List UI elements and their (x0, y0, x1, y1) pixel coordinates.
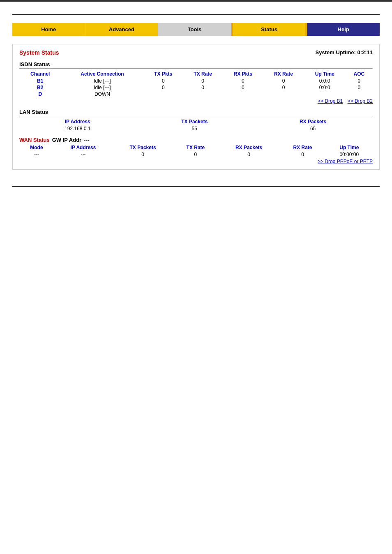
isdn-tx-pkts: 0 (143, 84, 183, 91)
nav-container: Home Advanced Tools Status Help (12, 23, 380, 36)
lan-row: 192.168.0.1 55 65 (19, 125, 373, 132)
isdn-channel: B2 (19, 84, 61, 91)
wan-ip: --- (54, 151, 113, 158)
isdn-tx-rate: 0 (183, 84, 223, 91)
content-area: System Status System Uptime: 0:2:11 ISDN… (12, 44, 380, 170)
isdn-tx-rate (183, 91, 223, 97)
wan-table: Mode IP Address TX Packets TX Rate RX Pa… (19, 144, 373, 158)
wan-mode: --- (19, 151, 54, 158)
col-rx-rate: RX Rate (263, 70, 304, 78)
wan-rx-packets: 0 (218, 151, 280, 158)
lan-label: LAN Status (19, 109, 373, 116)
isdn-rx-rate: 0 (263, 84, 304, 91)
wan-tx-rate: 0 (173, 151, 218, 158)
isdn-section: ISDN Status Channel Active Connection TX… (19, 61, 373, 104)
wan-status-title: WAN Status (19, 137, 50, 143)
col-aoc: AOC (346, 70, 373, 78)
isdn-table: Channel Active Connection TX Pkts TX Rat… (19, 70, 373, 97)
col-tx-rate: TX Rate (183, 70, 223, 78)
nav-home[interactable]: Home (12, 23, 85, 36)
isdn-connection: DOWN (61, 91, 144, 97)
system-status-title: System Status (19, 49, 59, 56)
drop-b2-link[interactable]: >> Drop B2 (348, 98, 373, 104)
lan-tx-packets: 55 (136, 125, 253, 132)
isdn-tx-pkts: 0 (143, 78, 183, 84)
isdn-tx-rate: 0 (183, 78, 223, 84)
wan-row: --- --- 0 0 0 0 00:00:00 (19, 151, 373, 158)
nav-advanced[interactable]: Advanced (85, 23, 159, 36)
isdn-connection: Idle [---] (61, 78, 144, 84)
isdn-row: D DOWN (19, 91, 373, 97)
isdn-rx-rate (263, 91, 304, 97)
isdn-rx-rate: 0 (263, 78, 304, 84)
isdn-rx-pkts (223, 91, 263, 97)
nav-help[interactable]: Help (307, 23, 380, 36)
isdn-up-time (304, 91, 346, 97)
lan-col-tx: TX Packets (136, 118, 253, 125)
isdn-tx-pkts (143, 91, 183, 97)
nav-bar: Home Advanced Tools Status Help (12, 23, 380, 36)
footer-divider (12, 186, 380, 187)
isdn-row: B2 Idle [---] 0 0 0 0 0:0:0 0 (19, 84, 373, 91)
wan-col-rx-rate: RX Rate (279, 144, 325, 151)
col-tx-pkts: TX Pkts (143, 70, 183, 78)
nav-status[interactable]: Status (231, 23, 307, 36)
col-rx-pkts: RX Pkts (223, 70, 263, 78)
header-divider (12, 14, 380, 15)
wan-section: WAN Status GW IP Addr --- Mode IP Addres… (19, 137, 373, 164)
wan-rx-rate: 0 (279, 151, 325, 158)
lan-rx-packets: 65 (253, 125, 373, 132)
isdn-up-time: 0:0:0 (304, 84, 346, 91)
isdn-channel: D (19, 91, 61, 97)
wan-gw-ip-value: --- (84, 137, 89, 143)
isdn-rx-pkts: 0 (223, 78, 263, 84)
col-active-connection: Active Connection (61, 70, 144, 78)
nav-tools[interactable]: Tools (158, 23, 231, 36)
drop-pppoe-line: >> Drop PPPoE or PPTP (19, 159, 373, 164)
wan-col-tx-rate: TX Rate (173, 144, 218, 151)
col-channel: Channel (19, 70, 61, 78)
wan-col-rx-packets: RX Packets (218, 144, 280, 151)
wan-col-mode: Mode (19, 144, 54, 151)
wan-tx-packets: 0 (113, 151, 173, 158)
isdn-connection: Idle [---] (61, 84, 144, 91)
isdn-channel: B1 (19, 78, 61, 84)
lan-col-ip: IP Address (19, 118, 136, 125)
drop-b1-link[interactable]: >> Drop B1 (318, 98, 343, 104)
wan-gw-line: WAN Status GW IP Addr --- (19, 137, 373, 143)
wan-gw-ip-label: GW IP Addr (52, 137, 82, 143)
isdn-drop-links: >> Drop B1 >> Drop B2 (19, 98, 373, 104)
isdn-rx-pkts: 0 (223, 84, 263, 91)
wan-up-time: 00:00:00 (326, 151, 373, 158)
lan-table: IP Address TX Packets RX Packets 192.168… (19, 118, 373, 132)
system-uptime: System Uptime: 0:2:11 (316, 49, 373, 55)
isdn-label: ISDN Status (19, 61, 373, 69)
wan-col-ip: IP Address (54, 144, 113, 151)
isdn-aoc: 0 (346, 78, 373, 84)
wan-col-up-time: Up Time (326, 144, 373, 151)
isdn-aoc (346, 91, 373, 97)
wan-col-tx-packets: TX Packets (113, 144, 173, 151)
isdn-aoc: 0 (346, 84, 373, 91)
lan-col-rx: RX Packets (253, 118, 373, 125)
lan-ip: 192.168.0.1 (19, 125, 136, 132)
lan-section: LAN Status IP Address TX Packets RX Pack… (19, 109, 373, 132)
isdn-row: B1 Idle [---] 0 0 0 0 0:0:0 0 (19, 78, 373, 84)
isdn-up-time: 0:0:0 (304, 78, 346, 84)
drop-pppoe-link[interactable]: >> Drop PPPoE or PPTP (318, 159, 373, 164)
col-up-time: Up Time (304, 70, 346, 78)
